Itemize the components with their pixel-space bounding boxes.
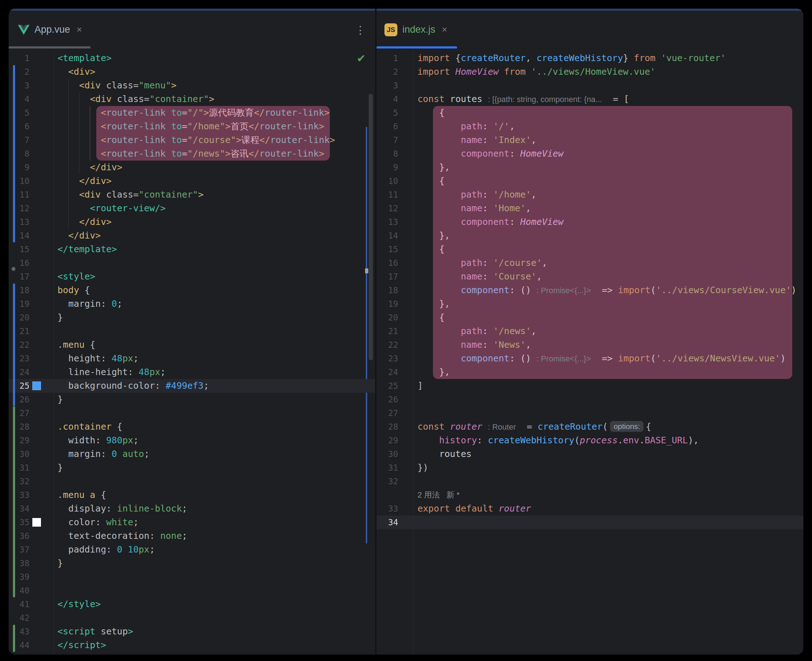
code-line[interactable]: 9 }, — [377, 161, 803, 174]
usages-hint[interactable]: 2 用法 新 * — [417, 488, 460, 502]
code-line[interactable]: 13 component: HomeView — [377, 215, 803, 229]
code-line[interactable]: 24 }, — [377, 366, 803, 379]
close-tab-icon[interactable]: × — [441, 24, 447, 35]
code-line[interactable]: 13 </div> — [9, 215, 375, 229]
code-token: ; — [182, 503, 187, 514]
code-line[interactable]: 8 <router-link to="/news">咨讯</router-lin… — [9, 147, 375, 161]
code-line[interactable]: 17 name: 'Course', — [377, 270, 803, 283]
code-line[interactable]: 29 history: createWebHistory(process.env… — [377, 434, 803, 447]
code-text: component: () : Promise<{...}> => import… — [417, 283, 796, 297]
code-line[interactable]: 2 <div> — [9, 65, 375, 79]
code-line[interactable]: 23 height: 48px; — [9, 352, 375, 366]
code-line[interactable]: 43<script setup> — [9, 625, 375, 639]
code-line[interactable]: 32 — [9, 474, 375, 488]
code-line[interactable]: 16 path: '/course', — [377, 256, 803, 270]
code-line[interactable]: 31}) — [377, 461, 803, 474]
close-tab-icon[interactable]: × — [75, 24, 82, 35]
code-line[interactable]: 25 background-color: #499ef3; — [9, 379, 375, 393]
code-line[interactable]: 30 routes — [377, 447, 803, 461]
code-line[interactable]: 12 <router-view/> — [9, 201, 375, 215]
code-line[interactable]: 1<template> — [9, 51, 375, 65]
code-line[interactable]: 7 <router-link to="/course">课程</router-l… — [9, 133, 375, 147]
code-line[interactable]: 27 — [9, 406, 375, 420]
code-text: } — [58, 461, 63, 474]
code-line[interactable]: 2import HomeView from '../views/HomeView… — [377, 65, 803, 79]
code-token: env — [623, 435, 639, 445]
code-line[interactable]: 25] — [377, 379, 803, 393]
code-line[interactable]: 31} — [9, 461, 375, 474]
code-line[interactable]: 26} — [9, 393, 375, 406]
code-line[interactable]: 27 — [377, 406, 803, 420]
code-line[interactable]: 1import {createRouter, createWebHistory}… — [377, 51, 803, 65]
tab-app-vue[interactable]: App.vue × — [9, 11, 93, 48]
code-line[interactable]: 34 — [377, 516, 803, 529]
code-line[interactable]: 19 }, — [377, 297, 803, 311]
code-line[interactable]: 3 <div class="menu"> — [9, 79, 375, 92]
code-token: > — [319, 148, 324, 159]
code-line[interactable]: 19 margin: 0; — [9, 297, 375, 311]
code-line[interactable]: 22 name: 'News', — [377, 338, 803, 352]
code-line[interactable]: 20} — [9, 311, 375, 324]
code-text: margin: 0 auto; — [58, 447, 149, 461]
code-text: margin: 0; — [58, 297, 123, 311]
code-line[interactable]: 4 <div class="container"> — [9, 92, 375, 106]
code-line[interactable]: 15</template> — [9, 243, 375, 256]
code-line[interactable]: 30 margin: 0 auto; — [9, 447, 375, 461]
code-line[interactable]: 14 }, — [377, 229, 803, 243]
code-line[interactable]: 41</style> — [9, 597, 375, 611]
editor-app-vue[interactable]: ✔ 1<template>2 <div>3 <div class="menu">… — [9, 51, 375, 655]
code-line[interactable]: 11 <div class="container"> — [9, 188, 375, 201]
code-line[interactable]: 10 { — [377, 174, 803, 188]
color-swatch[interactable] — [32, 518, 41, 527]
code-line[interactable]: 38} — [9, 556, 375, 570]
code-line[interactable]: 33export default router — [377, 502, 803, 516]
code-line[interactable]: 20 { — [377, 311, 803, 324]
code-line[interactable]: 10 </div> — [9, 174, 375, 188]
code-line[interactable]: 28const router : Router = createRouter(o… — [377, 420, 803, 434]
code-line[interactable]: 9 </div> — [9, 161, 375, 174]
code-text: <router-link to="/news">咨讯</router-link> — [58, 147, 324, 161]
code-line[interactable]: 6 path: '/', — [377, 120, 803, 133]
code-line[interactable]: 29 width: 980px; — [9, 434, 375, 447]
code-line[interactable]: 7 name: 'Index', — [377, 133, 803, 147]
code-line[interactable]: 23 component: () : Promise<{...}> => imp… — [377, 352, 803, 366]
code-line[interactable]: 44</script> — [9, 639, 375, 652]
code-line[interactable]: 39 — [9, 570, 375, 584]
code-line[interactable]: 11 path: '/home', — [377, 188, 803, 201]
code-line[interactable]: 22.menu { — [9, 338, 375, 352]
tab-index-js[interactable]: JS index.js × — [377, 11, 458, 48]
code-line[interactable]: 5 <router-link to="/">源代码教育</router-link… — [9, 106, 375, 120]
code-line[interactable]: 2 用法 新 * — [377, 488, 803, 502]
code-line[interactable]: 18body { — [9, 283, 375, 297]
code-line[interactable]: 6 <router-link to="/home">首页</router-lin… — [9, 120, 375, 133]
code-line[interactable]: 15 { — [377, 243, 803, 256]
code-line[interactable]: 5 { — [377, 106, 803, 120]
code-line[interactable]: 37 padding: 0 10px; — [9, 543, 375, 556]
code-text: const router : Router = createRouter(opt… — [417, 420, 651, 434]
code-line[interactable]: 36 text-decoration: none; — [9, 529, 375, 543]
code-line[interactable]: 35 color: white; — [9, 516, 375, 529]
code-line[interactable]: 21 path: '/news', — [377, 324, 803, 338]
code-line[interactable]: 28.container { — [9, 420, 375, 434]
code-line[interactable]: 18 component: () : Promise<{...}> => imp… — [377, 283, 803, 297]
code-line[interactable]: 21 — [9, 324, 375, 338]
code-line[interactable]: 32 — [377, 474, 803, 488]
code-line[interactable]: 4const routes : [{path: string, componen… — [377, 92, 803, 106]
code-line[interactable]: 8 component: HomeView — [377, 147, 803, 161]
code-line[interactable]: 24 line-height: 48px; — [9, 366, 375, 379]
code-line[interactable]: 3 — [377, 79, 803, 92]
code-line[interactable]: 40 — [9, 584, 375, 597]
color-swatch[interactable] — [32, 382, 41, 390]
code-text: .container { — [58, 420, 123, 434]
code-line[interactable]: 26 — [377, 393, 803, 406]
code-line[interactable]: 16 — [9, 256, 375, 270]
editor-index-js[interactable]: 1import {createRouter, createWebHistory}… — [377, 51, 803, 655]
more-options-icon[interactable]: ⋮ — [355, 23, 366, 36]
code-line[interactable]: 34 display: inline-block; — [9, 502, 375, 516]
code-line[interactable]: 17<style> — [9, 270, 375, 283]
code-line[interactable]: 14 </div> — [9, 229, 375, 243]
code-line[interactable]: 12 name: 'Home', — [377, 201, 803, 215]
code-token: = — [516, 422, 537, 432]
code-line[interactable]: 42 — [9, 611, 375, 625]
code-line[interactable]: 33.menu a { — [9, 488, 375, 502]
